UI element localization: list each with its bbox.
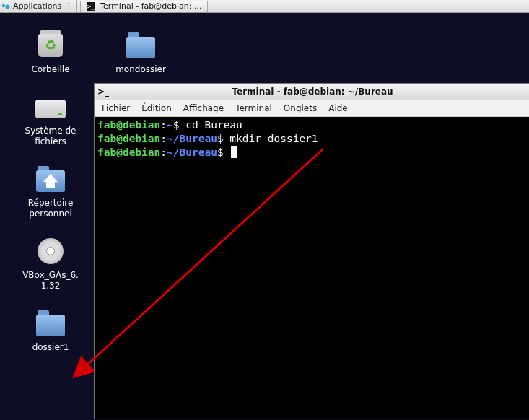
menu-fichier[interactable]: Fichier <box>102 103 130 113</box>
menu-onglets[interactable]: Onglets <box>284 103 317 113</box>
desktop-icon-vbox[interactable]: VBox_GAs_6. 1.32 <box>11 237 90 292</box>
desktop-icon-filesystem[interactable]: Système de fichiers <box>11 92 90 147</box>
disc-icon <box>35 237 66 266</box>
menu-terminal[interactable]: Terminal <box>235 103 272 113</box>
prompt-symbol: $ <box>217 146 224 158</box>
desktop-icon-column-2: mondossier <box>101 31 180 75</box>
taskbar: Applications ⋮ >_ Terminal - fab@debian:… <box>0 0 529 13</box>
taskbar-item-label: Terminal - fab@debian: ... <box>100 1 201 11</box>
icon-label: dossier1 <box>32 342 69 353</box>
desktop-icon-mondossier[interactable]: mondossier <box>101 31 180 75</box>
menu-aide[interactable]: Aide <box>328 103 348 113</box>
trash-icon: ♻ <box>35 31 66 60</box>
prompt-symbol: $ <box>173 119 180 131</box>
icon-label: Système de fichiers <box>25 126 76 147</box>
prompt-sep: : <box>160 133 167 144</box>
prompt-path: ~ <box>167 119 173 131</box>
drive-icon <box>35 92 66 121</box>
icon-label: Corbeille <box>31 64 69 75</box>
applications-label: Applications <box>13 1 61 11</box>
prompt-symbol: $ <box>217 133 224 144</box>
icon-label: Répertoire personnel <box>28 198 74 219</box>
prompt-path: ~/Bureau <box>167 133 217 144</box>
terminal-icon: >_ <box>97 87 109 97</box>
folder-icon <box>125 31 157 60</box>
prompt-sep: : <box>160 146 167 158</box>
desktop[interactable]: ♻ Corbeille Système de fichiers Répertoi… <box>0 13 529 420</box>
taskbar-item-terminal[interactable]: >_ Terminal - fab@debian: ... <box>80 1 208 12</box>
window-titlebar[interactable]: >_ Terminal - fab@debian: ~/Bureau <box>95 84 529 100</box>
svg-point-1 <box>6 4 10 9</box>
cursor-icon <box>231 146 237 158</box>
home-folder-icon <box>35 165 66 193</box>
desktop-icon-corbeille[interactable]: ♻ Corbeille <box>11 31 90 75</box>
prompt-userhost: fab@debian <box>97 119 160 131</box>
menu-edition[interactable]: Édition <box>141 103 172 113</box>
svg-point-0 <box>2 4 5 6</box>
folder-icon <box>35 309 66 338</box>
desktop-icon-column-1: ♻ Corbeille Système de fichiers Répertoi… <box>7 31 94 353</box>
terminal-window[interactable]: >_ Terminal - fab@debian: ~/Bureau Fichi… <box>94 83 529 419</box>
applications-menu[interactable]: Applications ⋮ <box>0 0 77 12</box>
icon-label: VBox_GAs_6. 1.32 <box>22 270 79 292</box>
terminal-output[interactable]: fab@debian:~$ cd Bureau fab@debian:~/Bur… <box>95 117 529 419</box>
prompt-userhost: fab@debian <box>97 146 160 158</box>
command-text: mkdir dossier1 <box>229 133 318 144</box>
prompt-sep: : <box>160 119 167 131</box>
command-text: cd Bureau <box>185 119 242 131</box>
window-menubar: Fichier Édition Affichage Terminal Ongle… <box>95 100 529 117</box>
desktop-icon-dossier1[interactable]: dossier1 <box>11 309 90 353</box>
window-title: Terminal - fab@debian: ~/Bureau <box>113 87 529 97</box>
prompt-path: ~/Bureau <box>167 146 217 158</box>
menu-affichage[interactable]: Affichage <box>183 103 224 113</box>
prompt-userhost: fab@debian <box>97 133 160 144</box>
terminal-icon: >_ <box>87 2 95 11</box>
desktop-icon-home[interactable]: Répertoire personnel <box>11 165 90 219</box>
xfce-mouse-icon <box>1 2 10 11</box>
menu-separator-icon: ⋮ <box>64 1 72 11</box>
icon-label: mondossier <box>115 64 166 75</box>
